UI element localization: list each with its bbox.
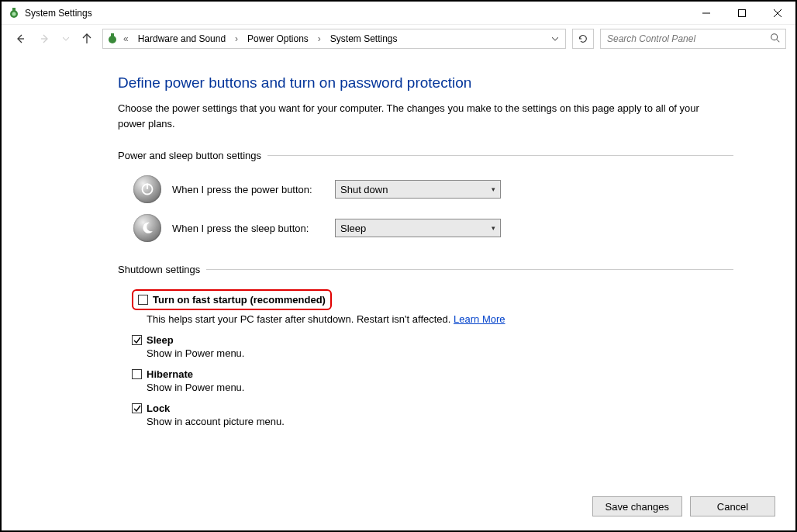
close-button[interactable] — [760, 2, 795, 25]
content-area: Define power buttons and turn on passwor… — [2, 53, 795, 427]
sleep-icon — [133, 214, 161, 242]
back-button[interactable] — [11, 29, 29, 48]
sleep-button-row: When I press the sleep button: Sleep ▾ — [118, 214, 768, 242]
save-button[interactable]: Save changes — [592, 496, 682, 516]
app-icon — [8, 7, 20, 19]
check-description: Show in Power menu. — [132, 347, 768, 359]
check-description: Show in account picture menu. — [132, 416, 768, 427]
power-button-dropdown[interactable]: Shut down ▾ — [335, 180, 501, 199]
nav-bar: « Hardware and Sound › Power Options › S… — [2, 25, 795, 53]
svg-rect-4 — [739, 9, 746, 16]
svg-rect-1 — [12, 8, 16, 12]
title-bar: System Settings — [2, 2, 795, 25]
maximize-button[interactable] — [724, 2, 760, 25]
section-header-shutdown: Shutdown settings — [118, 264, 733, 275]
control-panel-icon — [106, 33, 119, 45]
sleep-button-label: When I press the sleep button: — [172, 223, 335, 234]
minimize-button[interactable] — [688, 2, 724, 25]
sleep-button-dropdown[interactable]: Sleep ▾ — [335, 219, 501, 237]
checkbox-lock[interactable] — [132, 403, 142, 413]
window-title: System Settings — [25, 8, 92, 19]
breadcrumb-root: « — [122, 33, 130, 44]
check-description: This helps start your PC faster after sh… — [132, 313, 768, 325]
up-button[interactable] — [78, 29, 96, 48]
breadcrumb-item[interactable]: System Settings — [326, 33, 402, 44]
dropdown-value: Sleep — [340, 223, 366, 234]
shutdown-option-lock: Lock Show in account picture menu. — [118, 402, 768, 427]
shutdown-option-hibernate: Hibernate Show in Power menu. — [118, 368, 768, 393]
breadcrumb-item[interactable]: Hardware and Sound — [133, 33, 230, 44]
svg-line-13 — [777, 39, 780, 42]
chevron-right-icon: › — [233, 33, 240, 44]
learn-more-link[interactable]: Learn More — [454, 313, 505, 325]
action-bar: Save changes Cancel — [592, 496, 775, 516]
forward-button[interactable] — [36, 29, 54, 48]
page-title: Define power buttons and turn on passwor… — [118, 74, 768, 92]
search-box[interactable] — [600, 29, 786, 49]
check-label: Lock — [147, 402, 170, 414]
power-button-row: When I press the power button: Shut down… — [118, 175, 768, 203]
svg-point-2 — [12, 12, 16, 16]
search-icon — [770, 33, 781, 46]
chevron-down-icon: ▾ — [492, 185, 495, 193]
recent-dropdown[interactable] — [60, 29, 71, 48]
power-icon — [133, 175, 161, 203]
check-description: Show in Power menu. — [132, 382, 768, 393]
cancel-button[interactable]: Cancel — [690, 496, 775, 516]
check-label: Turn on fast startup (recommended) — [153, 294, 326, 306]
shutdown-option-fast-startup: Turn on fast startup (recommended) This … — [118, 289, 768, 325]
chevron-right-icon: › — [316, 33, 323, 44]
power-button-label: When I press the power button: — [172, 184, 335, 195]
dropdown-value: Shut down — [340, 184, 388, 195]
check-label: Sleep — [147, 334, 174, 346]
checkbox-fast-startup[interactable] — [138, 295, 148, 305]
checkbox-sleep[interactable] — [132, 335, 142, 345]
breadcrumb-item[interactable]: Power Options — [243, 33, 313, 44]
shutdown-option-sleep: Sleep Show in Power menu. — [118, 334, 768, 359]
refresh-button[interactable] — [572, 29, 594, 49]
svg-rect-11 — [111, 33, 114, 37]
section-header-label: Shutdown settings — [118, 264, 200, 275]
window-controls — [688, 2, 795, 25]
page-description: Choose the power settings that you want … — [118, 101, 723, 131]
address-dropdown[interactable] — [548, 29, 562, 48]
address-bar[interactable]: « Hardware and Sound › Power Options › S… — [102, 29, 566, 49]
checkbox-hibernate[interactable] — [132, 369, 142, 379]
chevron-down-icon: ▾ — [492, 224, 495, 232]
check-label: Hibernate — [147, 368, 193, 380]
section-header-label: Power and sleep button settings — [118, 150, 261, 161]
svg-point-12 — [771, 33, 778, 40]
highlight-annotation: Turn on fast startup (recommended) — [132, 289, 332, 310]
section-header-buttons: Power and sleep button settings — [118, 150, 733, 161]
search-input[interactable] — [606, 33, 770, 45]
